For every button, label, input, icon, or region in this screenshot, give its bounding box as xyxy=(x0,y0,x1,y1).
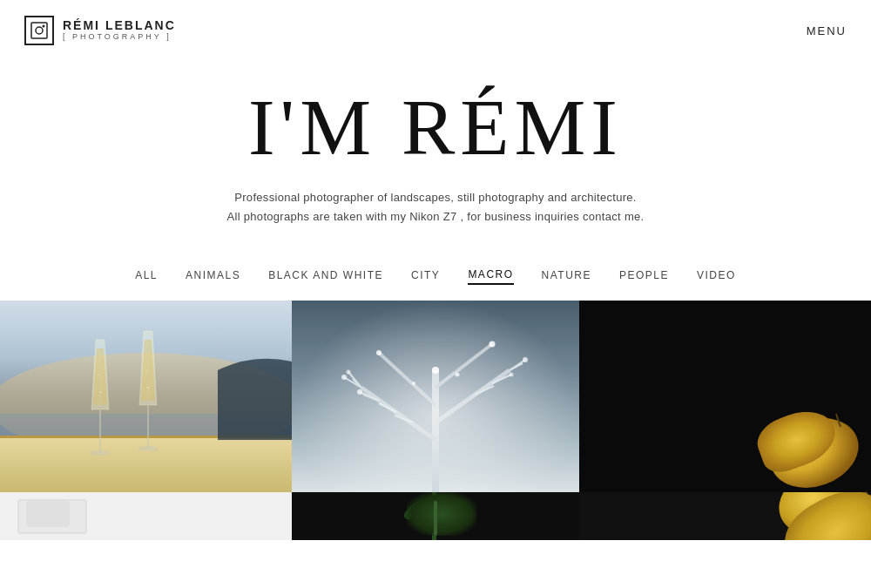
hero-section: I'M RÉMI Professional photographer of la… xyxy=(0,61,871,244)
gallery-cell-champagne[interactable] xyxy=(0,301,292,492)
svg-point-1 xyxy=(36,27,43,34)
gallery-cell-white-item[interactable] xyxy=(0,492,292,540)
logo-subtitle: [ PHOTOGRAPHY ] xyxy=(63,33,176,42)
logo-text: RÉMI LEBLANC [ PHOTOGRAPHY ] xyxy=(63,19,176,41)
svg-point-50 xyxy=(456,373,460,377)
svg-line-42 xyxy=(475,386,494,395)
gallery xyxy=(0,301,871,540)
svg-line-27 xyxy=(379,353,436,405)
site-header: RÉMI LEBLANC [ PHOTOGRAPHY ] MENU xyxy=(0,0,871,61)
svg-point-61 xyxy=(432,494,463,517)
filter-nav: ALL ANIMALS BLACK AND WHITE CITY MACRO N… xyxy=(0,244,871,301)
gallery-cell-frost[interactable] xyxy=(292,301,579,492)
gallery-cell-lemon-partial[interactable] xyxy=(579,492,871,540)
svg-line-28 xyxy=(436,344,492,388)
svg-point-37 xyxy=(347,370,351,375)
filter-video[interactable]: VIDEO xyxy=(697,269,736,284)
svg-point-2 xyxy=(43,25,45,28)
svg-point-47 xyxy=(376,350,381,355)
svg-rect-58 xyxy=(292,492,579,540)
svg-rect-56 xyxy=(19,501,85,532)
svg-point-11 xyxy=(90,450,111,456)
svg-point-36 xyxy=(341,375,347,380)
svg-rect-18 xyxy=(147,405,149,449)
svg-line-31 xyxy=(353,379,361,388)
filter-bw[interactable]: BLACK AND WHITE xyxy=(268,269,383,284)
hero-description: Professional photographer of landscapes,… xyxy=(17,188,854,226)
gallery-cell-dark[interactable] xyxy=(579,301,871,492)
hero-title: I'M RÉMI xyxy=(17,87,854,167)
svg-rect-62 xyxy=(579,492,871,540)
svg-rect-10 xyxy=(99,409,101,453)
logo-icon xyxy=(24,16,54,45)
filter-city[interactable]: CITY xyxy=(411,269,440,284)
svg-rect-23 xyxy=(292,301,579,492)
svg-line-39 xyxy=(510,360,525,370)
svg-line-32 xyxy=(360,392,379,401)
svg-line-34 xyxy=(379,403,396,412)
svg-line-30 xyxy=(348,372,361,388)
svg-line-41 xyxy=(492,375,511,383)
svg-rect-45 xyxy=(292,301,579,492)
svg-point-44 xyxy=(510,373,514,377)
filter-animals[interactable]: ANIMALS xyxy=(186,269,240,284)
svg-line-35 xyxy=(395,416,414,422)
svg-point-57 xyxy=(45,510,59,524)
filter-macro[interactable]: MACRO xyxy=(468,268,513,285)
svg-point-38 xyxy=(357,389,362,395)
svg-line-33 xyxy=(363,395,379,401)
svg-point-48 xyxy=(490,341,496,348)
svg-point-43 xyxy=(523,357,528,362)
menu-button[interactable]: MENU xyxy=(807,24,847,37)
svg-rect-59 xyxy=(432,492,436,540)
svg-rect-0 xyxy=(31,23,47,38)
svg-point-49 xyxy=(412,382,415,385)
svg-point-19 xyxy=(138,446,159,451)
logo[interactable]: RÉMI LEBLANC [ PHOTOGRAPHY ] xyxy=(24,16,176,45)
svg-point-46 xyxy=(432,367,439,374)
filter-all[interactable]: ALL xyxy=(135,269,158,284)
svg-line-25 xyxy=(361,388,436,440)
filter-people[interactable]: PEOPLE xyxy=(619,269,669,284)
svg-point-60 xyxy=(401,496,435,524)
svg-line-29 xyxy=(344,377,361,388)
filter-nature[interactable]: NATURE xyxy=(542,269,591,284)
logo-name: RÉMI LEBLANC xyxy=(63,19,176,32)
svg-line-40 xyxy=(510,363,523,370)
gallery-cell-dark-stem[interactable] xyxy=(292,492,579,540)
svg-rect-6 xyxy=(0,436,292,492)
svg-line-26 xyxy=(436,370,510,422)
